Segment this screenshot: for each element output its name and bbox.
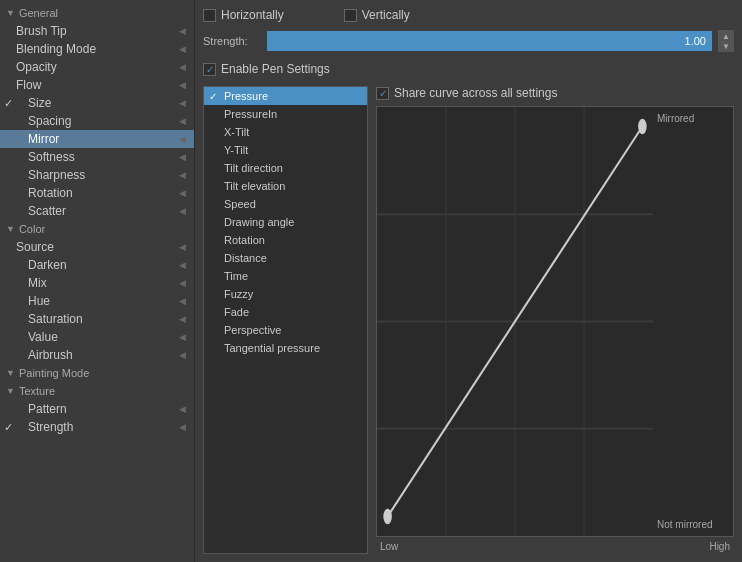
arrow-right-icon: ◀ <box>179 404 186 414</box>
dropdown-item-tangential-pressure[interactable]: Tangential pressure <box>204 339 367 357</box>
sidebar-item-source[interactable]: Source ◀ <box>0 238 194 256</box>
horizontally-checkbox[interactable]: Horizontally <box>203 8 284 22</box>
arrow-right-icon: ◀ <box>179 206 186 216</box>
arrow-right-icon: ◀ <box>179 278 186 288</box>
vertically-checkbox[interactable]: Vertically <box>344 8 410 22</box>
sidebar-item-flow-label: Flow <box>16 78 41 92</box>
sidebar-item-saturation-label: Saturation <box>28 312 83 326</box>
arrow-right-icon: ◀ <box>179 98 186 108</box>
vertically-checkbox-box[interactable] <box>344 9 357 22</box>
sidebar-item-opacity[interactable]: Opacity ◀ <box>0 58 194 76</box>
sidebar-section-painting-mode-label: Painting Mode <box>19 367 89 379</box>
curve-svg <box>377 107 653 536</box>
check-icon: ✓ <box>209 91 217 102</box>
dropdown-item-rotation[interactable]: Rotation <box>204 231 367 249</box>
dropdown-item-distance[interactable]: Distance <box>204 249 367 267</box>
sidebar-item-sharpness-label: Sharpness <box>28 168 85 182</box>
dropdown-item-fade[interactable]: Fade <box>204 303 367 321</box>
sidebar-item-softness[interactable]: Softness ◀ <box>0 148 194 166</box>
sidebar-item-darken-label: Darken <box>28 258 67 272</box>
dropdown-item-fuzzy[interactable]: Fuzzy <box>204 285 367 303</box>
sidebar-item-softness-label: Softness <box>28 150 75 164</box>
strength-arrows: ▲ ▼ <box>718 30 734 52</box>
dropdown-item-pressure-label: Pressure <box>224 90 268 102</box>
share-curve-checkbox[interactable]: ✓ <box>376 87 389 100</box>
arrow-right-icon: ◀ <box>179 296 186 306</box>
arrow-right-icon: ◀ <box>179 260 186 270</box>
sidebar-item-flow[interactable]: Flow ◀ <box>0 76 194 94</box>
middle-section: ✓ Pressure PressureIn X-Tilt Y-Tilt Tilt… <box>203 86 734 554</box>
sidebar-item-saturation[interactable]: Saturation ◀ <box>0 310 194 328</box>
dropdown-item-pressure-in[interactable]: PressureIn <box>204 105 367 123</box>
arrow-right-icon: ◀ <box>179 152 186 162</box>
dropdown-item-x-tilt[interactable]: X-Tilt <box>204 123 367 141</box>
strength-slider[interactable]: 1.00 <box>267 31 712 51</box>
sidebar-section-painting-mode[interactable]: ▼ Painting Mode <box>0 364 194 382</box>
sidebar-item-hue[interactable]: Hue ◀ <box>0 292 194 310</box>
sidebar-item-pattern[interactable]: Pattern ◀ <box>0 400 194 418</box>
sidebar-item-blending-mode-label: Blending Mode <box>16 42 96 56</box>
sidebar-item-spacing-label: Spacing <box>28 114 71 128</box>
sidebar: ▼ General Brush Tip ◀ Blending Mode ◀ Op… <box>0 0 195 562</box>
sidebar-item-spacing[interactable]: Spacing ◀ <box>0 112 194 130</box>
check-icon: ✓ <box>4 421 13 434</box>
sidebar-item-mix[interactable]: Mix ◀ <box>0 274 194 292</box>
curve-canvas[interactable] <box>377 107 653 536</box>
arrow-right-icon: ◀ <box>179 26 186 36</box>
mirrored-label: Mirrored <box>657 113 729 124</box>
curve-bottom-labels: Low High <box>376 539 734 554</box>
arrow-right-icon: ◀ <box>179 44 186 54</box>
dropdown-list[interactable]: ✓ Pressure PressureIn X-Tilt Y-Tilt Tilt… <box>203 86 368 554</box>
dropdown-item-rotation-label: Rotation <box>224 234 265 246</box>
dropdown-item-y-tilt-label: Y-Tilt <box>224 144 248 156</box>
sidebar-section-general[interactable]: ▼ General <box>0 4 194 22</box>
dropdown-item-pressure[interactable]: ✓ Pressure <box>204 87 367 105</box>
pen-settings-checkbox[interactable]: ✓ <box>203 63 216 76</box>
arrow-right-icon: ◀ <box>179 242 186 252</box>
sidebar-item-strength[interactable]: ✓ Strength ◀ <box>0 418 194 436</box>
dropdown-item-y-tilt[interactable]: Y-Tilt <box>204 141 367 159</box>
sidebar-item-airbrush[interactable]: Airbrush ◀ <box>0 346 194 364</box>
strength-value: 1.00 <box>685 35 706 47</box>
dropdown-item-perspective-label: Perspective <box>224 324 281 336</box>
dropdown-item-tilt-direction[interactable]: Tilt direction <box>204 159 367 177</box>
dropdown-item-time-label: Time <box>224 270 248 282</box>
dropdown-item-perspective[interactable]: Perspective <box>204 321 367 339</box>
horizontally-checkbox-box[interactable] <box>203 9 216 22</box>
sidebar-item-airbrush-label: Airbrush <box>28 348 73 362</box>
top-checkboxes: Horizontally Vertically <box>203 8 734 22</box>
arrow-icon: ▼ <box>6 368 15 378</box>
sidebar-item-opacity-label: Opacity <box>16 60 57 74</box>
arrow-right-icon: ◀ <box>179 332 186 342</box>
sidebar-item-mirror-label: Mirror <box>28 132 59 146</box>
sidebar-item-value[interactable]: Value ◀ <box>0 328 194 346</box>
strength-down-button[interactable]: ▼ <box>719 41 733 51</box>
sidebar-section-color[interactable]: ▼ Color <box>0 220 194 238</box>
arrow-right-icon: ◀ <box>179 188 186 198</box>
sidebar-item-blending-mode[interactable]: Blending Mode ◀ <box>0 40 194 58</box>
sidebar-section-general-label: General <box>19 7 58 19</box>
sidebar-item-mirror[interactable]: Mirror ◀ <box>0 130 194 148</box>
dropdown-item-tilt-elevation[interactable]: Tilt elevation <box>204 177 367 195</box>
sidebar-item-rotation[interactable]: Rotation ◀ <box>0 184 194 202</box>
strength-up-button[interactable]: ▲ <box>719 31 733 41</box>
arrow-icon: ▼ <box>6 8 15 18</box>
pen-settings-label: Enable Pen Settings <box>221 62 330 76</box>
sidebar-item-scatter[interactable]: Scatter ◀ <box>0 202 194 220</box>
pen-settings-row[interactable]: ✓ Enable Pen Settings <box>203 62 734 76</box>
dropdown-item-time[interactable]: Time <box>204 267 367 285</box>
sidebar-item-brush-tip[interactable]: Brush Tip ◀ <box>0 22 194 40</box>
sidebar-section-texture[interactable]: ▼ Texture <box>0 382 194 400</box>
arrow-right-icon: ◀ <box>179 422 186 432</box>
sidebar-item-size-label: Size <box>28 96 51 110</box>
dropdown-item-drawing-angle[interactable]: Drawing angle <box>204 213 367 231</box>
sidebar-item-darken[interactable]: Darken ◀ <box>0 256 194 274</box>
curve-area[interactable]: Mirrored Not mirrored <box>376 106 734 537</box>
sidebar-item-sharpness[interactable]: Sharpness ◀ <box>0 166 194 184</box>
sidebar-section-texture-label: Texture <box>19 385 55 397</box>
sidebar-item-pattern-label: Pattern <box>28 402 67 416</box>
dropdown-item-fuzzy-label: Fuzzy <box>224 288 253 300</box>
sidebar-item-size[interactable]: ✓ Size ◀ <box>0 94 194 112</box>
sidebar-item-strength-label: Strength <box>28 420 73 434</box>
dropdown-item-speed[interactable]: Speed <box>204 195 367 213</box>
